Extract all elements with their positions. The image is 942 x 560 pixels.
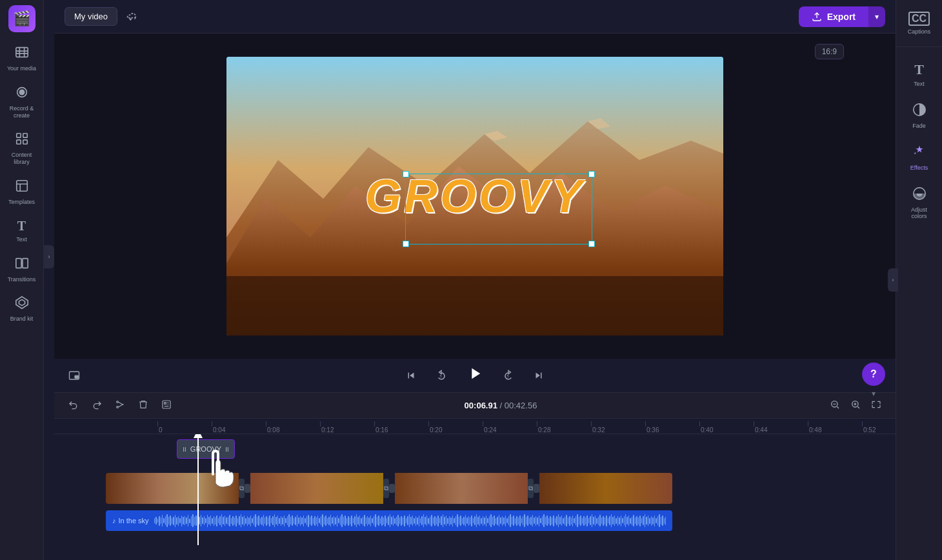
rs-effects-icon <box>912 145 927 162</box>
rs-fade-icon <box>912 103 927 120</box>
ruler-mark: 0:52 <box>862 421 896 434</box>
ruler-marks: 0 0:04 0:08 0:12 0:16 0:20 0:24 0:28 0:3… <box>157 419 896 434</box>
pause-left-icon: ⏸ <box>181 446 188 453</box>
rs-text-icon: T <box>914 61 924 78</box>
zoom-out-button[interactable] <box>826 397 844 415</box>
text-track-item[interactable]: ⏸ GROOVY ⏸ <box>177 439 235 459</box>
save-frame-button[interactable] <box>157 397 175 415</box>
delete-button[interactable] <box>134 397 152 415</box>
forward-button[interactable]: 5 <box>498 365 519 386</box>
chevron-down-area[interactable]: ▾ <box>862 387 885 400</box>
export-button[interactable]: Export <box>799 6 868 27</box>
sidebar-label-your-media: Your media <box>7 65 36 72</box>
rs-label-fade: Fade <box>912 123 926 129</box>
aspect-ratio-badge[interactable]: 16:9 <box>815 44 844 59</box>
app-logo: 🎬 <box>8 5 35 32</box>
sidebar-item-templates[interactable]: Templates <box>3 174 41 211</box>
chevron-down-icon: ▾ <box>872 389 876 398</box>
svg-marker-10 <box>15 297 27 308</box>
svg-rect-4 <box>23 134 26 137</box>
sidebar-label-brand-kit: Brand kit <box>10 315 34 323</box>
export-dropdown-button[interactable]: ▾ <box>868 6 885 27</box>
control-left <box>65 366 84 385</box>
ruler-mark: 0 <box>157 421 212 434</box>
svg-rect-15 <box>226 276 723 335</box>
video-segment-3[interactable] <box>395 473 528 504</box>
video-segment-4[interactable] <box>539 473 672 504</box>
captions-icon: CC <box>908 12 930 26</box>
audio-track-row: ♪ In the sky <box>106 510 896 536</box>
cut-button[interactable] <box>111 397 129 415</box>
timeline-area: 00:06.91 / 00:42.56 <box>54 392 896 560</box>
ruler-mark: 0:20 <box>428 421 483 434</box>
segment-divider-2[interactable]: ⧉ <box>383 473 395 504</box>
sidebar-item-content-library[interactable]: Content library <box>3 126 41 171</box>
svg-marker-11 <box>19 300 25 306</box>
rs-item-fade[interactable]: Fade <box>899 96 940 135</box>
rs-item-adjust-colors[interactable]: Adjustcolors <box>899 180 940 226</box>
rs-item-effects[interactable]: Effects <box>899 138 940 177</box>
content-library-icon <box>15 132 29 149</box>
chevron-left-icon: ‹ <box>892 277 894 283</box>
help-button[interactable]: ? <box>862 363 885 386</box>
sidebar-label-transitions: Transitions <box>8 276 36 283</box>
segment-divider-3[interactable]: ⧉ <box>528 473 539 504</box>
right-sidebar: CC Captions T Text Fade Effects <box>896 0 942 560</box>
sidebar-label-templates: Templates <box>8 199 35 206</box>
ruler-mark: 0:16 <box>374 421 428 434</box>
export-icon <box>812 12 822 22</box>
ruler-mark: 0:24 <box>483 421 537 434</box>
ruler-mark: 0:48 <box>808 421 862 434</box>
audio-track-item[interactable]: ♪ In the sky <box>106 510 672 531</box>
skip-forward-button[interactable] <box>529 366 548 385</box>
svg-rect-7 <box>16 181 27 192</box>
text-track-label: GROOVY <box>190 445 221 453</box>
video-track-row: ⧉ ⧉ <box>106 468 896 506</box>
timeline-ruler: 0 0:04 0:08 0:12 0:16 0:20 0:24 0:28 0:3… <box>54 419 896 434</box>
redo-button[interactable] <box>88 397 106 415</box>
ruler-mark: 0:44 <box>754 421 808 434</box>
sidebar-item-transitions[interactable]: Transitions <box>3 251 41 288</box>
pause-right-icon: ⏸ <box>224 446 230 453</box>
svg-text:5: 5 <box>440 374 442 378</box>
svg-point-2 <box>19 90 24 94</box>
video-preview[interactable]: GROOVY <box>226 57 723 335</box>
svg-rect-0 <box>15 48 27 57</box>
undo-button[interactable] <box>65 397 83 415</box>
video-segment-1[interactable] <box>106 473 239 504</box>
brand-kit-icon <box>15 295 29 313</box>
skip-back-button[interactable] <box>401 366 421 385</box>
sidebar-item-text[interactable]: T Text <box>3 214 41 248</box>
rewind-button[interactable]: 5 <box>431 365 452 386</box>
music-icon: ♪ <box>112 517 116 525</box>
rs-item-captions[interactable]: CC Captions <box>899 5 940 41</box>
timecode-display: 00:06.91 / 00:42.56 <box>465 401 537 410</box>
pip-button[interactable] <box>65 366 84 385</box>
rs-label-captions: Captions <box>908 28 931 35</box>
svg-rect-9 <box>22 258 27 268</box>
rs-item-text[interactable]: T Text <box>899 55 940 94</box>
cloud-save-button[interactable] <box>125 9 139 24</box>
timeline-content[interactable]: ⏸ GROOVY ⏸ <box>54 434 896 560</box>
rs-label-text: Text <box>914 81 925 87</box>
export-container: Export ▾ <box>799 6 885 27</box>
timeline-toolbar: 00:06.91 / 00:42.56 <box>54 393 896 419</box>
ruler-mark: 0:12 <box>320 421 374 434</box>
play-button[interactable] <box>462 361 488 390</box>
main-area: My video Export ▾ 16:9 <box>54 0 896 560</box>
video-track-item[interactable]: ⧉ ⧉ <box>106 473 672 504</box>
right-panel-toggle[interactable]: ‹ <box>888 268 898 292</box>
svg-rect-5 <box>16 140 20 144</box>
sidebar-label-record-create: Record & create <box>5 105 39 119</box>
sidebar-collapse-toggle[interactable]: › <box>44 245 54 268</box>
segment-divider-1[interactable]: ⧉ <box>239 473 250 504</box>
video-title-button[interactable]: My video <box>65 7 117 26</box>
video-segment-2[interactable] <box>250 473 383 504</box>
sidebar-item-record-create[interactable]: Record & create <box>3 80 41 125</box>
preview-area: 16:9 <box>54 34 896 359</box>
sidebar-item-your-media[interactable]: Your media <box>3 40 41 77</box>
transitions-icon <box>15 256 29 274</box>
sidebar-item-brand-kit[interactable]: Brand kit <box>3 290 41 328</box>
svg-point-23 <box>117 406 119 408</box>
svg-rect-24 <box>163 401 170 408</box>
